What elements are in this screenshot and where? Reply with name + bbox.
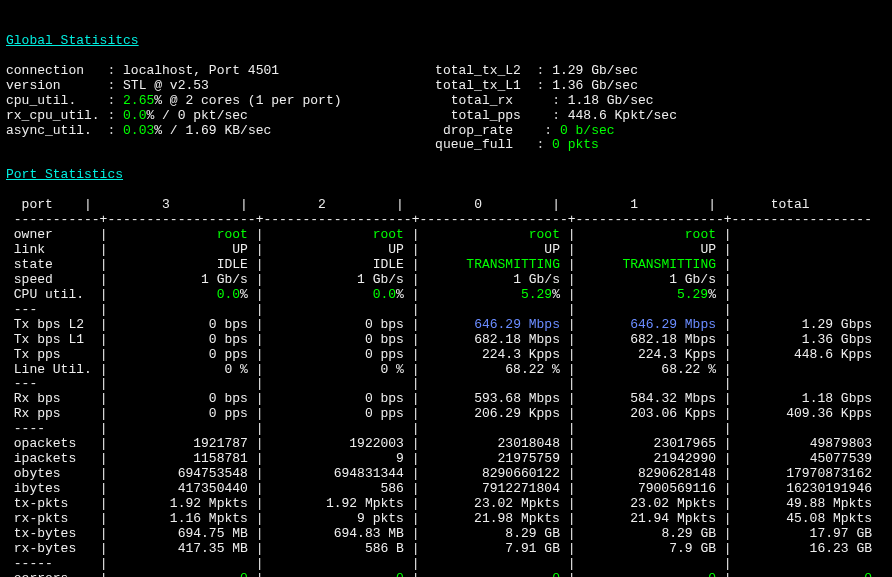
state-2: TRANSMITTING bbox=[466, 257, 560, 272]
row-txl1: Tx bps L1 | 0 bps | 0 bps | 682.18 Mbps … bbox=[6, 332, 872, 347]
drop-rate-label: drop_rate bbox=[443, 123, 513, 138]
global-stats-heading: Global Statisitcs bbox=[6, 33, 139, 48]
connection-label: connection bbox=[6, 63, 84, 78]
cpu-util-value: 2.65 bbox=[123, 93, 154, 108]
row-ipackets: ipackets | 1158781 | 9 | 21975759 | 2194… bbox=[6, 451, 872, 466]
row-rxpps: Rx pps | 0 pps | 0 pps | 206.29 Kpps | 2… bbox=[6, 406, 872, 421]
row-rxpkts: rx-pkts | 1.16 Mpkts | 9 pkts | 21.98 Mp… bbox=[6, 511, 872, 526]
queue-full-value: 0 pkts bbox=[552, 137, 599, 152]
row-dash4: ----- | | | | | bbox=[6, 556, 732, 571]
row-lineutil: Line Util. | 0 % | 0 % | 68.22 % | 68.22… bbox=[6, 362, 732, 377]
total-tx-l2-value: 1.29 Gb/sec bbox=[552, 63, 638, 78]
cpu-0: 0.0 bbox=[217, 287, 240, 302]
oerrors-1: 0 bbox=[396, 571, 404, 577]
row-txpps: Tx pps | 0 pps | 0 pps | 224.3 Kpps | 22… bbox=[6, 347, 872, 362]
table-separator: -----------+-------------------+--------… bbox=[6, 212, 880, 227]
oerrors-3: 0 bbox=[708, 571, 716, 577]
row-ibytes: ibytes | 417350440 | 586 | 7912271804 | … bbox=[6, 481, 872, 496]
owner-2: root bbox=[529, 227, 560, 242]
total-tx-l1-label: total_tx_L1 bbox=[435, 78, 521, 93]
col-port: port | 3 | 2 | 0 | 1 | total bbox=[6, 197, 864, 212]
row-rxbps: Rx bps | 0 bps | 0 bps | 593.68 Mbps | 5… bbox=[6, 391, 872, 406]
oerrors-2: 0 bbox=[552, 571, 560, 577]
row-opackets: opackets | 1921787 | 1922003 | 23018048 … bbox=[6, 436, 872, 451]
async-util-value: 0.03 bbox=[123, 123, 154, 138]
row-speed: speed | 1 Gb/s | 1 Gb/s | 1 Gb/s | 1 Gb/… bbox=[6, 272, 732, 287]
rx-cpu-util-value: 0.0 bbox=[123, 108, 146, 123]
version-value: STL @ v2.53 bbox=[123, 78, 209, 93]
row-obytes: obytes | 694753548 | 694831344 | 8290660… bbox=[6, 466, 872, 481]
owner-0: root bbox=[217, 227, 248, 242]
cpu-1: 0.0 bbox=[373, 287, 396, 302]
oerrors-0: 0 bbox=[240, 571, 248, 577]
row-dash2: --- | | | | | bbox=[6, 376, 732, 391]
row-txpkts: tx-pkts | 1.92 Mpkts | 1.92 Mpkts | 23.0… bbox=[6, 496, 872, 511]
row-cpu: CPU util. | bbox=[6, 287, 217, 302]
connection-value: localhost, Port 4501 bbox=[123, 63, 279, 78]
cpu-util-suffix: % @ 2 cores (1 per port) bbox=[154, 93, 341, 108]
total-rx-value: 1.18 Gb/sec bbox=[568, 93, 654, 108]
total-rx-label: total_rx bbox=[451, 93, 513, 108]
queue-full-label: queue_full bbox=[435, 137, 513, 152]
async-util-suffix: % / 1.69 KB/sec bbox=[154, 123, 271, 138]
row-rxbytes: rx-bytes | 417.35 MB | 586 B | 7.91 GB |… bbox=[6, 541, 872, 556]
row-owner: owner | bbox=[6, 227, 217, 242]
drop-rate-value: 0 b/sec bbox=[560, 123, 615, 138]
async-util-label: async_util. bbox=[6, 123, 92, 138]
row-dash1: --- | | | | | bbox=[6, 302, 732, 317]
row-dash3: ---- | | | | | bbox=[6, 421, 732, 436]
oerrors-4: 0 bbox=[864, 571, 872, 577]
total-pps-value: 448.6 Kpkt/sec bbox=[568, 108, 677, 123]
cpu-2: 5.29 bbox=[521, 287, 552, 302]
row-link: link | UP | UP | UP | UP | bbox=[6, 242, 732, 257]
total-pps-label: total_pps bbox=[451, 108, 521, 123]
rx-cpu-util-suffix: % / 0 pkt/sec bbox=[146, 108, 247, 123]
total-tx-l2-label: total_tx_L2 bbox=[435, 63, 521, 78]
txl2-3: 646.29 Mbps bbox=[630, 317, 716, 332]
row-state: state | IDLE | IDLE | bbox=[6, 257, 466, 272]
owner-3: root bbox=[685, 227, 716, 242]
cpu-3: 5.29 bbox=[677, 287, 708, 302]
owner-1: root bbox=[373, 227, 404, 242]
row-txbytes: tx-bytes | 694.75 MB | 694.83 MB | 8.29 … bbox=[6, 526, 872, 541]
row-txl2: Tx bps L2 | 0 bps | 0 bps | bbox=[6, 317, 474, 332]
state-3: TRANSMITTING bbox=[622, 257, 716, 272]
cpu-util-label: cpu_util. bbox=[6, 93, 76, 108]
txl2-2: 646.29 Mbps bbox=[474, 317, 560, 332]
row-oerrors: oerrors | bbox=[6, 571, 240, 577]
version-label: version bbox=[6, 78, 61, 93]
port-stats-heading: Port Statistics bbox=[6, 167, 123, 182]
rx-cpu-util-label: rx_cpu_util. bbox=[6, 108, 100, 123]
total-tx-l1-value: 1.36 Gb/sec bbox=[552, 78, 638, 93]
